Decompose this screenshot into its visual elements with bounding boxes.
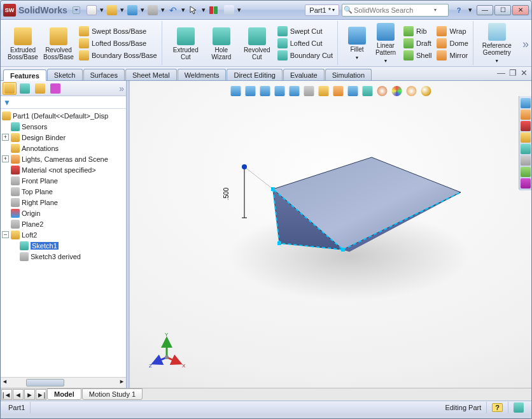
status-unit-button[interactable]	[508, 402, 529, 413]
doc-minimize-button[interactable]: —	[497, 68, 505, 78]
rebuild-button[interactable]	[206, 3, 221, 17]
select-button[interactable]	[186, 3, 201, 17]
tree-lights[interactable]: +Lights, Cameras and Scene	[1, 153, 126, 164]
ribbon-overflow-button[interactable]: »	[522, 38, 529, 51]
task-pane-resources-button[interactable]	[521, 98, 531, 108]
search-input[interactable]	[353, 6, 434, 14]
fillet-button[interactable]: Fillet▼	[344, 25, 370, 61]
task-pane-design-library-button[interactable]	[521, 110, 531, 120]
tab-surfaces[interactable]: Surfaces	[83, 69, 125, 80]
mirror-button[interactable]: Mirror	[435, 50, 470, 61]
dimxpert-manager-tab[interactable]	[48, 82, 62, 95]
options-button[interactable]	[221, 3, 237, 17]
doc-close-button[interactable]: ✕	[521, 68, 528, 78]
options-dropdown[interactable]: ▾	[237, 3, 242, 17]
task-pane-button-8[interactable]	[521, 178, 531, 188]
new-dropdown[interactable]: ▾	[99, 3, 104, 17]
tab-nav-prev[interactable]: ◄	[13, 389, 24, 400]
tab-motion-study[interactable]: Motion Study 1	[82, 388, 143, 400]
orientation-triad[interactable]: X Y Z	[148, 330, 186, 369]
tab-nav-first[interactable]: |◄	[1, 389, 12, 400]
tab-features[interactable]: Features	[3, 69, 46, 81]
tree-loft2[interactable]: –Loft2	[1, 229, 126, 240]
task-pane-view-palette-button[interactable]	[521, 132, 531, 143]
tree-origin[interactable]: Origin	[1, 208, 126, 218]
expand-icon[interactable]: +	[2, 134, 9, 141]
task-pane-appearances-button[interactable]	[521, 144, 531, 154]
shell-button[interactable]: Shell	[402, 50, 433, 61]
select-dropdown[interactable]: ▾	[201, 3, 206, 17]
help-button[interactable]: ?	[451, 3, 466, 17]
dome-button[interactable]: Dome	[435, 38, 470, 49]
minimize-button[interactable]: —	[477, 5, 493, 15]
feature-tree[interactable]: Part1 (Default<<Default>_Disp Sensors +D…	[1, 109, 126, 377]
task-pane-button-7[interactable]	[521, 167, 531, 177]
revolved-cut-button[interactable]: Revolved Cut	[240, 26, 274, 60]
print-dropdown[interactable]: ▾	[160, 3, 165, 17]
feature-manager-tab[interactable]	[3, 82, 17, 95]
undo-button[interactable]: ↶	[165, 3, 181, 17]
tree-root[interactable]: Part1 (Default<<Default>_Disp	[1, 110, 126, 121]
open-dropdown[interactable]: ▾	[120, 3, 125, 17]
print-button[interactable]	[145, 3, 160, 17]
document-title[interactable]: Part1 * ▾	[305, 4, 339, 16]
draft-button[interactable]: Draft	[402, 38, 433, 49]
swept-boss-button[interactable]: Swept Boss/Base	[77, 25, 159, 37]
boundary-boss-button[interactable]: Boundary Boss/Base	[77, 50, 159, 61]
task-pane-custom-props-button[interactable]	[521, 155, 531, 166]
close-button[interactable]: ✕	[512, 5, 529, 15]
wrap-button[interactable]: Wrap	[435, 25, 470, 37]
open-button[interactable]	[104, 3, 120, 17]
tab-sheet-metal[interactable]: Sheet Metal	[125, 69, 177, 80]
panel-overflow-button[interactable]: »	[119, 83, 124, 94]
scrollbar-thumb[interactable]	[26, 379, 64, 387]
tab-evaluate[interactable]: Evaluate	[283, 69, 325, 80]
tree-right-plane[interactable]: Right Plane	[1, 197, 126, 208]
graphics-viewport[interactable]: .500 X Y Z	[130, 81, 531, 388]
filter-bar[interactable]: ▼	[1, 96, 126, 109]
tree-material[interactable]: Material <not specified>	[1, 164, 126, 175]
doc-restore-button[interactable]: ❐	[509, 68, 517, 78]
tree-sensors[interactable]: Sensors	[1, 121, 126, 132]
tree-design-binder[interactable]: +Design Binder	[1, 132, 126, 143]
status-help-button[interactable]: ?	[487, 402, 508, 413]
extruded-boss-button[interactable]: Extruded Boss/Base	[6, 26, 40, 60]
tab-model[interactable]: Model	[47, 388, 81, 400]
collapse-icon[interactable]: –	[2, 231, 9, 238]
tab-simulation[interactable]: Simulation	[325, 69, 372, 80]
dimension-label[interactable]: .500	[223, 188, 230, 200]
property-manager-tab[interactable]	[18, 82, 32, 95]
task-pane-file-explorer-button[interactable]	[521, 121, 531, 131]
reference-geometry-button[interactable]: Reference Geometry▼	[480, 22, 514, 64]
expand-icon[interactable]: +	[2, 155, 9, 162]
configuration-manager-tab[interactable]	[33, 82, 47, 95]
app-menu-dropdown[interactable]	[73, 6, 80, 14]
tab-weldments[interactable]: Weldments	[178, 69, 227, 80]
horizontal-scrollbar[interactable]: ◄ ►	[1, 377, 126, 388]
maximize-button[interactable]: ☐	[494, 5, 511, 15]
new-button[interactable]	[84, 3, 99, 17]
save-dropdown[interactable]: ▾	[140, 3, 145, 17]
boundary-cut-button[interactable]: Boundary Cut	[276, 50, 335, 61]
tab-direct-editing[interactable]: Direct Editing	[227, 69, 282, 80]
lofted-cut-button[interactable]: Lofted Cut	[276, 38, 335, 49]
tree-top-plane[interactable]: Top Plane	[1, 186, 126, 197]
extruded-cut-button[interactable]: Extruded Cut	[169, 26, 203, 60]
save-button[interactable]	[125, 3, 140, 17]
revolved-boss-button[interactable]: Revolved Boss/Base	[41, 26, 76, 60]
undo-dropdown[interactable]: ▾	[181, 3, 186, 17]
tree-sketch1[interactable]: Sketch1	[1, 240, 126, 251]
swept-cut-button[interactable]: Swept Cut	[276, 25, 335, 37]
tab-nav-next[interactable]: ►	[24, 389, 35, 400]
search-dropdown[interactable]: ▾	[434, 7, 437, 13]
tab-nav-last[interactable]: ►|	[36, 389, 46, 400]
help-dropdown[interactable]: ▾	[468, 3, 473, 17]
lofted-boss-button[interactable]: Lofted Boss/Base	[77, 38, 159, 49]
rib-button[interactable]: Rib	[402, 25, 433, 37]
hole-wizard-button[interactable]: Hole Wizard	[204, 26, 239, 60]
search-box[interactable]: 🔍 ▾	[342, 4, 449, 17]
tab-sketch[interactable]: Sketch	[47, 69, 83, 80]
tree-plane2[interactable]: Plane2	[1, 218, 126, 229]
tree-front-plane[interactable]: Front Plane	[1, 175, 126, 186]
tree-sketch3-derived[interactable]: Sketch3 derived	[1, 251, 126, 262]
